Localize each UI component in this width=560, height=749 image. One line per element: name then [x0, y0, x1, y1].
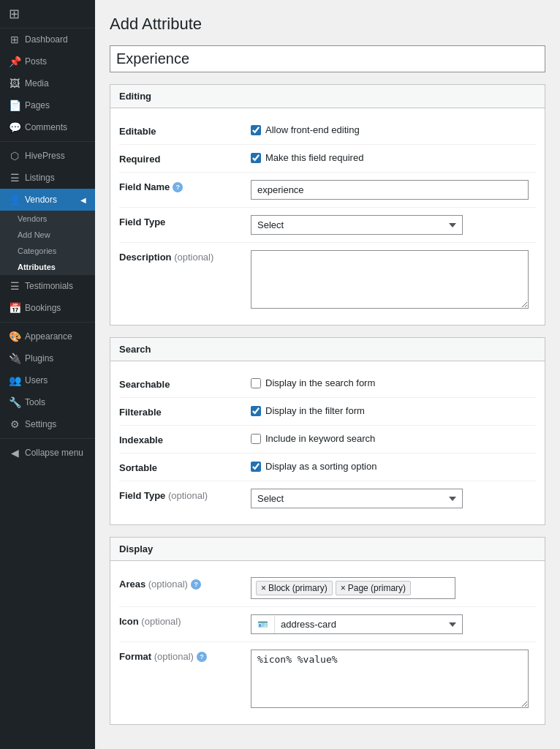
field-value-field-type: Select Text Number Textarea Checkbox Rad…: [251, 215, 536, 235]
icon-select[interactable]: address-card user star heart: [275, 615, 462, 633]
required-checkbox-label[interactable]: Make this field required: [251, 152, 363, 163]
vendors-arrow: ◀: [80, 196, 86, 204]
field-row-format: Format (optional) ? %icon% %value%: [119, 642, 536, 715]
field-label-searchable: Searchable: [119, 377, 251, 390]
sortable-checkbox[interactable]: [251, 462, 261, 472]
icon-prefix: 🪪: [251, 616, 275, 633]
required-checkbox[interactable]: [251, 153, 261, 163]
field-row-indexable: Indexable Include in keyword search: [119, 426, 536, 453]
listings-icon: ☰: [9, 172, 20, 184]
editable-checkbox-label[interactable]: Allow front-end editing: [251, 124, 360, 135]
field-label-required: Required: [119, 152, 251, 165]
search-section-header: Search: [110, 338, 545, 361]
appearance-icon: 🎨: [9, 331, 20, 342]
sidebar-submenu-add-new[interactable]: Add New: [9, 227, 95, 243]
media-icon: 🖼: [9, 78, 20, 89]
sidebar-item-comments[interactable]: 💬 Comments: [0, 116, 95, 138]
sidebar-item-listings[interactable]: ☰ Listings: [0, 167, 95, 189]
editing-section: Editing Editable Allow front-end editing…: [110, 84, 545, 325]
main-content: Add Attribute Editing Editable Allow fro…: [95, 0, 560, 749]
field-name-help-icon[interactable]: ?: [173, 182, 183, 192]
field-row-editable: Editable Allow front-end editing: [119, 117, 536, 145]
attribute-name-input[interactable]: [110, 45, 545, 72]
users-icon: 👥: [9, 374, 20, 386]
field-value-editable: Allow front-end editing: [251, 124, 536, 135]
sidebar-item-tools[interactable]: 🔧 Tools: [0, 391, 95, 413]
sidebar-item-settings[interactable]: ⚙ Settings: [0, 413, 95, 435]
hivepress-icon: ⬡: [9, 150, 20, 162]
tools-icon: 🔧: [9, 396, 20, 408]
field-value-sortable: Display as a sorting option: [251, 461, 536, 472]
sidebar-item-posts[interactable]: 📌 Posts: [0, 50, 95, 72]
sidebar-item-users[interactable]: 👥 Users: [0, 369, 95, 391]
search-field-type-select[interactable]: Select Text Number Checkbox: [251, 489, 463, 508]
field-row-field-type: Field Type Select Text Number Textarea C…: [119, 208, 536, 243]
pages-icon: 📄: [9, 99, 20, 111]
sidebar-item-plugins[interactable]: 🔌 Plugins: [0, 347, 95, 369]
sidebar-item-bookings[interactable]: 📅 Bookings: [0, 297, 95, 319]
field-label-search-field-type: Field Type (optional): [119, 489, 251, 501]
testimonials-icon: ☰: [9, 280, 20, 292]
field-value-required: Make this field required: [251, 152, 536, 163]
sidebar-submenu-attributes[interactable]: Attributes: [9, 259, 95, 275]
field-label-sortable: Sortable: [119, 461, 251, 473]
format-help-icon[interactable]: ?: [197, 652, 207, 662]
sidebar-item-hivepress[interactable]: ⬡ HivePress: [0, 145, 95, 167]
field-value-filterable: Display in the filter form: [251, 405, 536, 416]
field-value-search-field-type: Select Text Number Checkbox: [251, 489, 536, 508]
editing-section-header: Editing: [110, 85, 545, 108]
sidebar-submenu-categories[interactable]: Categories: [9, 243, 95, 259]
sidebar-item-dashboard[interactable]: ⊞ Dashboard: [0, 29, 95, 50]
sidebar-item-testimonials[interactable]: ☰ Testimonials: [0, 275, 95, 297]
searchable-checkbox[interactable]: [251, 378, 261, 388]
display-section: Display Areas (optional) ? × Block (prim…: [110, 537, 545, 725]
searchable-checkbox-label[interactable]: Display in the search form: [251, 377, 375, 388]
areas-help-icon[interactable]: ?: [191, 579, 201, 590]
areas-tags-input[interactable]: × Block (primary) × Page (primary): [251, 577, 455, 599]
sidebar-item-pages[interactable]: 📄 Pages: [0, 94, 95, 116]
sortable-checkbox-label[interactable]: Display as a sorting option: [251, 461, 377, 472]
sidebar-item-appearance[interactable]: 🎨 Appearance: [0, 325, 95, 347]
icon-select-wrapper: 🪪 address-card user star heart: [251, 614, 463, 634]
indexable-checkbox-label[interactable]: Include in keyword search: [251, 433, 375, 444]
sidebar-collapse[interactable]: ◀ Collapse menu: [0, 442, 95, 464]
posts-icon: 📌: [9, 56, 20, 67]
field-value-indexable: Include in keyword search: [251, 433, 536, 444]
sidebar-item-media[interactable]: 🖼 Media: [0, 72, 95, 94]
field-row-icon: Icon (optional) 🪪 address-card user star…: [119, 607, 536, 642]
field-value-field-name: [251, 180, 536, 200]
format-textarea[interactable]: %icon% %value%: [251, 650, 529, 708]
comments-icon: 💬: [9, 121, 20, 133]
field-row-required: Required Make this field required: [119, 145, 536, 173]
editing-section-body: Editable Allow front-end editing Require…: [110, 108, 545, 325]
description-textarea[interactable]: [251, 250, 529, 309]
field-label-filterable: Filterable: [119, 405, 251, 418]
field-name-input[interactable]: [251, 180, 529, 200]
filterable-checkbox[interactable]: [251, 406, 261, 416]
tag-block-primary: × Block (primary): [256, 581, 333, 595]
vendors-icon: 👤: [9, 194, 20, 206]
field-label-field-type: Field Type: [119, 215, 251, 227]
page-title: Add Attribute: [110, 15, 545, 34]
sidebar-submenu-vendors[interactable]: Vendors: [9, 211, 95, 227]
bookings-icon: 📅: [9, 302, 20, 314]
vendors-submenu: Vendors Add New Categories Attributes: [0, 211, 95, 275]
search-section-body: Searchable Display in the search form Fi…: [110, 361, 545, 524]
settings-icon: ⚙: [9, 418, 20, 430]
field-label-areas: Areas (optional) ?: [119, 577, 251, 590]
filterable-checkbox-label[interactable]: Display in the filter form: [251, 405, 365, 416]
field-type-select[interactable]: Select Text Number Textarea Checkbox Rad…: [251, 215, 463, 235]
field-row-field-name: Field Name ?: [119, 173, 536, 208]
field-value-format: %icon% %value%: [251, 650, 536, 708]
field-value-description: [251, 250, 536, 309]
plugins-icon: 🔌: [9, 353, 20, 364]
field-value-areas: × Block (primary) × Page (primary): [251, 577, 536, 599]
collapse-icon: ◀: [9, 447, 20, 459]
indexable-checkbox[interactable]: [251, 434, 261, 444]
editable-checkbox[interactable]: [251, 125, 261, 135]
sidebar-item-vendors[interactable]: 👤 Vendors ◀: [0, 189, 95, 211]
field-label-indexable: Indexable: [119, 433, 251, 445]
field-value-searchable: Display in the search form: [251, 377, 536, 388]
field-row-description: Description (optional): [119, 243, 536, 316]
field-label-editable: Editable: [119, 124, 251, 137]
